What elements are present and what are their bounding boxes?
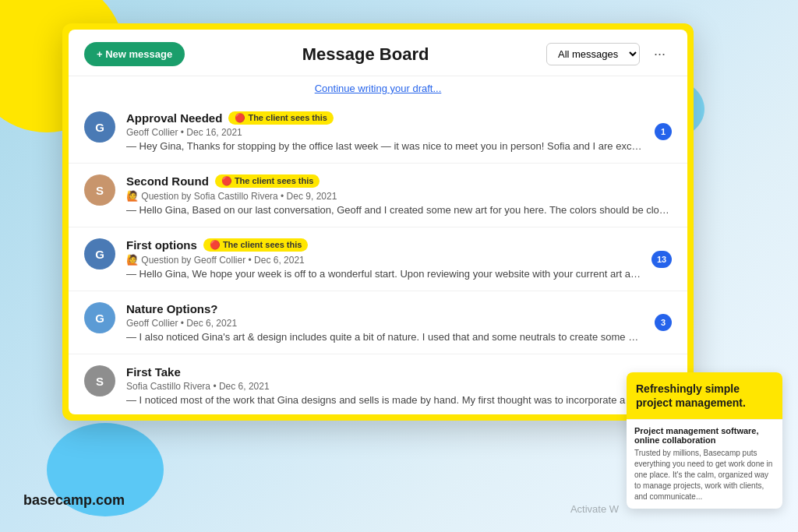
message-title: First options xyxy=(126,238,197,252)
message-meta: 🙋 Question by Geoff Collier • Dec 6, 202… xyxy=(126,254,641,266)
activate-watermark: Activate W xyxy=(570,503,619,515)
message-badge: 1 xyxy=(655,123,672,140)
message-content: Nature Options? Geoff Collier • Dec 6, 2… xyxy=(126,302,644,343)
message-title: First Take xyxy=(126,365,181,379)
avatar-letter: S xyxy=(96,184,104,197)
message-title: Nature Options? xyxy=(126,302,218,315)
avatar-letter: G xyxy=(95,312,104,325)
message-header: First Take xyxy=(126,365,644,379)
avatar: G xyxy=(84,302,115,333)
ad-body: Project management software, online coll… xyxy=(627,419,782,509)
message-preview: — Hello Gina, We hope your week is off t… xyxy=(126,268,641,280)
ad-subtitle: Project management software, online coll… xyxy=(634,426,775,445)
message-title: Second Round xyxy=(126,174,209,188)
message-badge: 3 xyxy=(655,314,672,331)
ad-text: Trusted by millions, Basecamp puts every… xyxy=(634,448,775,502)
app-window: + New message Message Board All messages… xyxy=(62,23,694,421)
toolbar-right: All messagesBy meBy others ··· xyxy=(546,43,672,65)
message-content: Second Round 🔴 The client sees this 🙋 Qu… xyxy=(126,174,672,216)
message-title: Approval Needed xyxy=(126,111,222,125)
message-header: Approval Needed 🔴 The client sees this xyxy=(126,111,644,125)
client-badge: 🔴 The client sees this xyxy=(203,238,309,252)
message-filter-select[interactable]: All messagesBy meBy others xyxy=(546,43,640,65)
avatar: S xyxy=(84,365,115,396)
message-header: First options 🔴 The client sees this xyxy=(126,238,641,252)
message-preview: — I also noticed Gina's art & design inc… xyxy=(126,331,644,343)
avatar: S xyxy=(84,174,115,206)
client-badge: 🔴 The client sees this xyxy=(228,111,334,125)
avatar-letter: S xyxy=(96,375,104,388)
message-preview: — I noticed most of the work that Gina d… xyxy=(126,394,644,406)
message-item[interactable]: G Nature Options? Geoff Collier • Dec 6,… xyxy=(69,291,687,354)
more-options-button[interactable]: ··· xyxy=(648,43,672,65)
message-content: Approval Needed 🔴 The client sees this G… xyxy=(126,111,644,152)
new-message-button[interactable]: + New message xyxy=(84,42,185,66)
messages-list: G Approval Needed 🔴 The client sees this… xyxy=(69,100,687,414)
toolbar: + New message Message Board All messages… xyxy=(69,30,687,76)
basecamp-label: basecamp.com xyxy=(23,492,125,509)
ad-panel: Refreshingly simple project management. … xyxy=(627,372,782,509)
message-preview: — Hello Gina, Based on our last conversa… xyxy=(126,204,672,216)
message-preview: — Hey Gina, Thanks for stopping by the o… xyxy=(126,140,644,152)
client-badge: 🔴 The client sees this xyxy=(215,174,320,188)
page-title: Message Board xyxy=(302,44,429,65)
message-content: First Take Sofia Castillo Rivera • Dec 6… xyxy=(126,365,644,406)
message-meta: Geoff Collier • Dec 16, 2021 xyxy=(126,127,644,138)
message-meta: Sofia Castillo Rivera • Dec 6, 2021 xyxy=(126,381,644,392)
message-badge: 13 xyxy=(651,251,672,268)
message-header: Second Round 🔴 The client sees this xyxy=(126,174,672,188)
avatar: G xyxy=(84,238,115,270)
window-inner: + New message Message Board All messages… xyxy=(69,30,687,414)
message-item[interactable]: S First Take Sofia Castillo Rivera • Dec… xyxy=(69,354,687,414)
draft-notice[interactable]: Continue writing your draft... xyxy=(69,76,687,100)
message-meta: 🙋 Question by Sofia Castillo Rivera • De… xyxy=(126,190,672,202)
avatar-letter: G xyxy=(95,121,104,134)
message-item[interactable]: S Second Round 🔴 The client sees this 🙋 … xyxy=(69,164,687,227)
ad-header: Refreshingly simple project management. xyxy=(627,372,782,419)
avatar: G xyxy=(84,111,115,143)
message-content: First options 🔴 The client sees this 🙋 Q… xyxy=(126,238,641,280)
message-meta: Geoff Collier • Dec 6, 2021 xyxy=(126,318,644,329)
message-header: Nature Options? xyxy=(126,302,644,315)
message-item[interactable]: G First options 🔴 The client sees this 🙋… xyxy=(69,227,687,291)
avatar-letter: G xyxy=(95,248,104,261)
message-item[interactable]: G Approval Needed 🔴 The client sees this… xyxy=(69,100,687,164)
